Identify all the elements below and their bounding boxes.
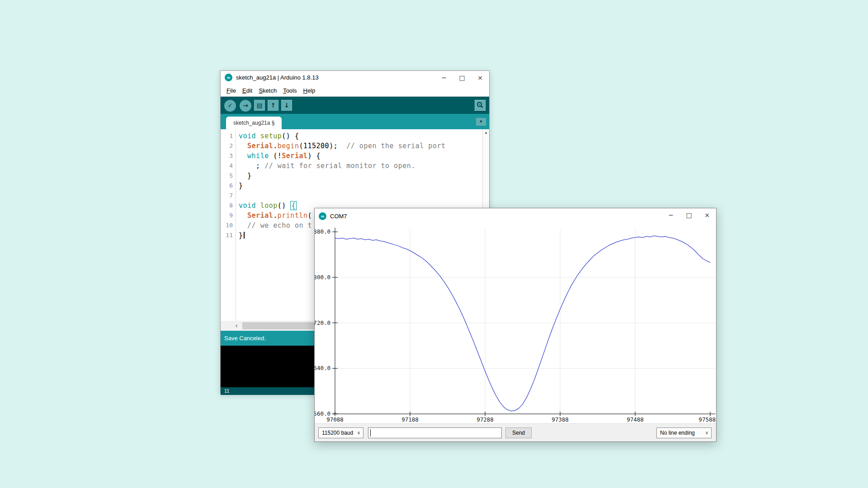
toolbar: ✓→▤↑↓ xyxy=(221,97,489,114)
toolbar-buttons: ✓→▤↑↓ xyxy=(221,97,292,112)
menu-item-tools[interactable]: Tools xyxy=(280,87,300,94)
menu-item-edit[interactable]: Edit xyxy=(239,87,255,94)
line-number: 4 xyxy=(221,161,236,171)
save-icon: ↓ xyxy=(282,100,292,110)
tab-bar: sketch_aug21a § ▼ xyxy=(221,114,489,129)
code-line: Serial.begin(115200); // open the serial… xyxy=(239,141,482,151)
send-button[interactable]: Send xyxy=(505,427,532,438)
code-line: void setup() { xyxy=(239,131,482,141)
new-sketch-icon: ▤ xyxy=(255,100,264,110)
current-line-indicator: 11 xyxy=(224,388,229,394)
code-line: ; // wait for serial monitor to open. xyxy=(239,161,482,171)
code-line: } xyxy=(239,181,482,191)
x-tick-label: 97088 xyxy=(326,416,344,423)
open-button[interactable]: ↑ xyxy=(268,100,278,111)
y-tick-label: 720.0 xyxy=(315,319,330,326)
status-message: Save Canceled. xyxy=(224,335,266,342)
line-number: 5 xyxy=(221,171,236,181)
scroll-left-icon[interactable]: ‹ xyxy=(232,321,241,331)
maximize-button[interactable]: □ xyxy=(680,208,698,222)
minimize-button[interactable]: ─ xyxy=(662,208,680,222)
y-tick-label: 880.0 xyxy=(315,228,330,235)
serial-monitor-button[interactable] xyxy=(475,100,486,111)
plotter-window-title: COM7 xyxy=(330,208,347,224)
desktop: ∞ sketch_aug21a | Arduino 1.8.13 ─ □ × F… xyxy=(0,0,868,488)
serial-monitor-icon xyxy=(475,100,485,110)
chevron-down-icon: ∨ xyxy=(357,428,360,438)
send-text-input[interactable] xyxy=(368,427,502,438)
y-tick-label: 640.0 xyxy=(315,365,330,371)
baud-rate-value: 115200 baud xyxy=(322,430,353,436)
line-number: 3 xyxy=(221,151,236,161)
line-number-gutter: 1234567891011 xyxy=(221,129,236,321)
y-tick-label: 800.0 xyxy=(315,274,330,281)
x-tick-label: 97388 xyxy=(552,416,569,423)
close-button[interactable]: × xyxy=(698,208,716,222)
x-tick-label: 97188 xyxy=(401,416,419,423)
line-number: 9 xyxy=(221,211,236,221)
window-title: sketch_aug21a | Arduino 1.8.13 xyxy=(236,71,319,84)
maximize-button[interactable]: □ xyxy=(453,71,471,84)
x-tick-label: 97488 xyxy=(627,416,644,423)
arduino-titlebar[interactable]: ∞ sketch_aug21a | Arduino 1.8.13 ─ □ × xyxy=(221,71,489,84)
menu-item-file[interactable]: File xyxy=(223,87,239,94)
verify-button[interactable]: ✓ xyxy=(224,100,236,112)
verify-icon: ✓ xyxy=(224,100,236,111)
open-icon: ↑ xyxy=(268,100,278,110)
arduino-logo-icon: ∞ xyxy=(319,212,326,220)
menu-item-sketch[interactable]: Sketch xyxy=(255,87,280,94)
scroll-up-icon: ▲ xyxy=(483,129,489,135)
line-number: 10 xyxy=(221,221,236,230)
menu-item-help[interactable]: Help xyxy=(300,87,318,94)
arduino-logo-icon: ∞ xyxy=(225,74,232,81)
plot-line xyxy=(335,236,710,411)
plotter-titlebar[interactable]: ∞ COM7 ─ □ × xyxy=(315,208,716,224)
code-line: } xyxy=(239,171,482,181)
serial-plot: 880.0800.0720.0640.0560.0970889718897288… xyxy=(315,224,716,424)
baud-rate-select[interactable]: 115200 baud ∨ xyxy=(318,427,363,438)
code-line xyxy=(239,191,482,201)
tab-list-dropdown-button[interactable]: ▼ xyxy=(476,118,486,126)
plot-canvas: 880.0800.0720.0640.0560.0970889718897288… xyxy=(315,224,716,424)
x-tick-label: 97288 xyxy=(476,416,494,423)
line-ending-select[interactable]: No line ending ∨ xyxy=(656,427,712,438)
tab-sketch-aug21a[interactable]: sketch_aug21a § xyxy=(226,117,282,129)
x-tick-label: 97588 xyxy=(698,416,716,423)
line-number: 7 xyxy=(221,191,236,201)
line-ending-value: No line ending xyxy=(660,430,695,436)
code-line: while (!Serial) { xyxy=(239,151,482,161)
line-number: 6 xyxy=(221,181,236,191)
text-cursor xyxy=(370,429,371,436)
new-sketch-button[interactable]: ▤ xyxy=(254,100,265,111)
plotter-bottom-bar: 115200 baud ∨ Send No line ending ∨ xyxy=(315,423,716,441)
save-button[interactable]: ↓ xyxy=(281,100,292,111)
line-number: 2 xyxy=(221,141,236,151)
upload-icon: → xyxy=(240,100,251,111)
minimize-button[interactable]: ─ xyxy=(435,71,453,84)
close-button[interactable]: × xyxy=(471,71,489,84)
line-number: 1 xyxy=(221,131,236,141)
text-cursor xyxy=(244,232,245,239)
serial-plotter-window: ∞ COM7 ─ □ × 880.0800.0720.0640.0560.097… xyxy=(314,208,717,442)
upload-button[interactable]: → xyxy=(240,100,251,112)
menu-bar: FileEditSketchToolsHelp xyxy=(221,84,489,97)
line-number: 11 xyxy=(221,230,236,240)
line-number: 8 xyxy=(221,201,236,211)
chevron-down-icon: ∨ xyxy=(705,428,708,438)
